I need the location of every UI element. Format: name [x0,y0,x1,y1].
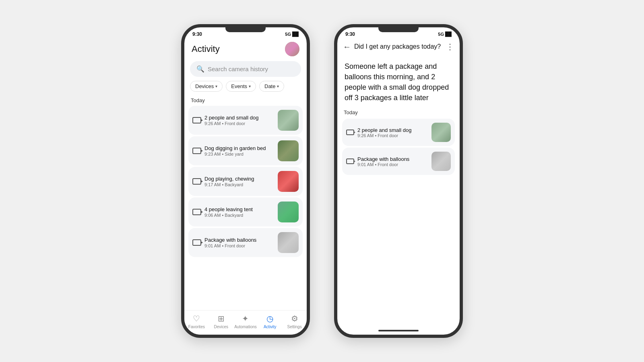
chat-item-info: Package with balloons 9:01 AM • Front do… [357,156,428,167]
camera-icon [192,117,201,123]
activity-meta: 9:17 AM • Backyard [204,182,275,187]
chat-item-title: Package with balloons [357,156,428,162]
signal-1: ▉▉ [292,32,299,37]
status-bar-1: 9:30 5G ▉▉ [184,27,307,39]
time-2: 9:30 [345,31,355,37]
activity-meta: 9:01 AM • Front door [204,243,275,248]
camera-icon [192,178,201,185]
more-icon[interactable]: ⋮ [446,42,454,51]
activity-title: Dog digging in garden bed [204,145,275,151]
activity-title: Dog playing, chewing [204,176,275,182]
nav-label-settings: Settings [287,325,302,329]
nav-item-automations[interactable]: ✦ Automations [233,314,258,329]
nav-label-favorites: Favorites [188,325,205,329]
section-today: Today [184,96,307,106]
activity-info: Dog digging in garden bed 9:23 AM • Side… [204,145,275,156]
activity-icon: ◷ [266,314,273,323]
activity-title: 4 people leaving tent [204,206,275,212]
nav-item-favorites[interactable]: ♡ Favorites [184,314,209,329]
activity-list: 2 people and small dog 9:26 AM • Front d… [184,106,307,310]
nav-label-automations: Automations [234,325,257,329]
status-bar-2: 9:30 5G ▉▉ [337,27,460,39]
chat-thumbnail [431,152,451,171]
search-placeholder: Search camera history [208,66,268,72]
activity-thumbnail [278,140,299,161]
app-header: Activity [184,39,307,60]
phone-1: 9:30 5G ▉▉ Activity 🔍 Search camera hist… [181,24,310,338]
camera-icon [192,148,201,154]
chat-item-title: 2 people and small dog [357,127,428,133]
nav-item-devices[interactable]: ⊞ Devices [209,314,233,329]
camera-icon [346,130,354,135]
camera-icon [192,239,201,246]
chevron-down-icon: ▾ [277,84,279,88]
activity-thumbnail [278,232,299,253]
camera-icon [192,209,201,215]
filter-chips: Devices ▾ Events ▾ Date ▾ [184,81,307,96]
bottom-nav: ♡ Favorites ⊞ Devices ✦ Automations ◷ Ac… [184,310,307,335]
chip-events[interactable]: Events ▾ [226,81,256,92]
devices-icon: ⊞ [218,314,225,323]
list-item[interactable]: 2 people and small dog 9:26 AM • Front d… [342,119,455,146]
activity-meta: 9:26 AM • Front door [204,121,275,126]
search-icon: 🔍 [196,65,204,73]
list-item[interactable]: Package with balloons 9:01 AM • Front do… [188,228,303,257]
activity-meta: 9:06 AM • Backyard [204,213,275,218]
time-1: 9:30 [192,31,202,37]
chip-date[interactable]: Date ▾ [259,81,284,92]
search-bar[interactable]: 🔍 Search camera history [190,61,301,77]
chat-item-meta: 9:26 AM • Front door [357,133,428,138]
network-1: 5G [285,32,291,37]
chat-results: 2 people and small dog 9:26 AM • Front d… [337,119,460,175]
avatar[interactable] [285,42,299,56]
list-item[interactable]: Package with balloons 9:01 AM • Front do… [342,148,455,175]
activity-meta: 9:23 AM • Side yard [204,152,275,156]
chat-section-today: Today [337,108,460,119]
back-button[interactable]: ← [343,42,351,51]
heart-icon: ♡ [193,314,200,323]
chip-devices[interactable]: Devices ▾ [190,81,223,92]
list-item[interactable]: Dog playing, chewing 9:17 AM • Backyard [188,167,303,196]
activity-info: Dog playing, chewing 9:17 AM • Backyard [204,176,275,187]
chat-response: Someone left a package and balloons this… [337,55,460,108]
activity-thumbnail [278,202,299,222]
nav-item-activity[interactable]: ◷ Activity [258,314,282,329]
chat-title: Did I get any packages today? [354,43,443,50]
chat-thumbnail [431,123,451,142]
signal-2: ▉▉ [445,32,452,37]
app-title: Activity [192,44,220,54]
activity-info: 2 people and small dog 9:26 AM • Front d… [204,115,275,126]
list-item[interactable]: 2 people and small dog 9:26 AM • Front d… [188,106,303,135]
camera-icon [346,158,354,164]
phone-2: 9:30 5G ▉▉ ← Did I get any packages toda… [334,24,463,338]
activity-info: 4 people leaving tent 9:06 AM • Backyard [204,206,275,218]
list-item[interactable]: Dog digging in garden bed 9:23 AM • Side… [188,136,303,165]
automations-icon: ✦ [242,314,249,323]
nav-item-settings[interactable]: ⚙ Settings [282,314,307,329]
chat-item-meta: 9:01 AM • Front door [357,162,428,167]
chat-header: ← Did I get any packages today? ⋮ [337,39,460,55]
chevron-down-icon: ▾ [215,84,217,88]
activity-info: Package with balloons 9:01 AM • Front do… [204,237,275,248]
list-item[interactable]: 4 people leaving tent 9:06 AM • Backyard [188,197,303,226]
chat-item-info: 2 people and small dog 9:26 AM • Front d… [357,127,428,138]
activity-thumbnail [278,171,299,192]
activity-title: Package with balloons [204,237,275,243]
activity-thumbnail [278,110,299,131]
gear-icon: ⚙ [291,314,298,323]
chevron-down-icon: ▾ [249,84,251,88]
network-2: 5G [438,32,444,37]
nav-label-activity: Activity [264,325,277,329]
nav-label-devices: Devices [214,325,228,329]
avatar-image [285,42,299,56]
activity-title: 2 people and small dog [204,115,275,121]
